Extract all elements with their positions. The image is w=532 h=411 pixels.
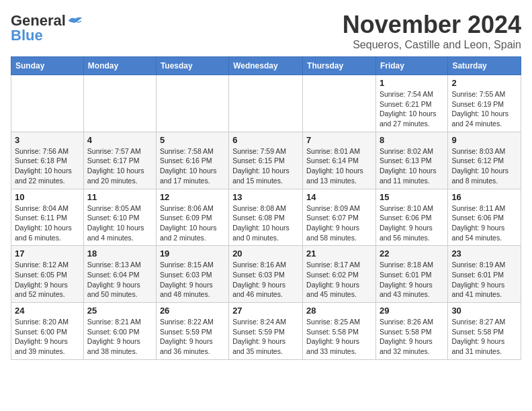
calendar-cell: 3Sunrise: 7:56 AM Sunset: 6:18 PM Daylig… xyxy=(11,132,84,189)
cell-day-number: 20 xyxy=(232,248,299,259)
cell-info-text: Sunrise: 8:26 AM Sunset: 5:58 PM Dayligh… xyxy=(380,317,444,357)
cell-info-text: Sunrise: 7:55 AM Sunset: 6:19 PM Dayligh… xyxy=(451,89,517,129)
logo: General Blue xyxy=(11,13,83,43)
calendar-cell: 5Sunrise: 7:58 AM Sunset: 6:16 PM Daylig… xyxy=(156,132,228,189)
cell-day-number: 2 xyxy=(451,78,517,88)
cell-day-number: 21 xyxy=(306,248,372,259)
calendar-cell: 14Sunrise: 8:09 AM Sunset: 6:07 PM Dayli… xyxy=(303,189,376,246)
cell-info-text: Sunrise: 8:01 AM Sunset: 6:14 PM Dayligh… xyxy=(306,146,372,186)
cell-info-text: Sunrise: 8:09 AM Sunset: 6:07 PM Dayligh… xyxy=(306,203,372,243)
cell-info-text: Sunrise: 8:22 AM Sunset: 5:59 PM Dayligh… xyxy=(160,317,225,357)
calendar-cell: 13Sunrise: 8:08 AM Sunset: 6:08 PM Dayli… xyxy=(229,189,303,246)
calendar-cell xyxy=(156,75,228,132)
cell-day-number: 1 xyxy=(380,78,444,88)
day-header-monday: Monday xyxy=(83,57,156,75)
cell-info-text: Sunrise: 8:13 AM Sunset: 6:04 PM Dayligh… xyxy=(87,260,152,300)
cell-day-number: 14 xyxy=(306,192,372,202)
calendar-cell xyxy=(303,75,376,132)
day-header-thursday: Thursday xyxy=(303,57,376,75)
cell-day-number: 19 xyxy=(160,248,225,259)
cell-info-text: Sunrise: 8:04 AM Sunset: 6:11 PM Dayligh… xyxy=(15,203,80,243)
cell-info-text: Sunrise: 8:08 AM Sunset: 6:08 PM Dayligh… xyxy=(232,203,299,243)
day-header-sunday: Sunday xyxy=(11,57,84,75)
cell-info-text: Sunrise: 8:12 AM Sunset: 6:05 PM Dayligh… xyxy=(15,260,80,300)
cell-info-text: Sunrise: 8:21 AM Sunset: 6:00 PM Dayligh… xyxy=(87,317,152,357)
calendar-header-row: SundayMondayTuesdayWednesdayThursdayFrid… xyxy=(11,57,521,75)
cell-info-text: Sunrise: 8:18 AM Sunset: 6:01 PM Dayligh… xyxy=(380,260,444,300)
cell-info-text: Sunrise: 8:27 AM Sunset: 5:58 PM Dayligh… xyxy=(451,317,517,357)
calendar-cell: 10Sunrise: 8:04 AM Sunset: 6:11 PM Dayli… xyxy=(11,189,84,246)
day-header-friday: Friday xyxy=(375,57,447,75)
cell-day-number: 17 xyxy=(15,248,80,259)
calendar-week-1: 1Sunrise: 7:54 AM Sunset: 6:21 PM Daylig… xyxy=(11,75,521,132)
logo-blue-text: Blue xyxy=(11,27,43,44)
cell-day-number: 4 xyxy=(87,135,152,145)
calendar-cell: 12Sunrise: 8:06 AM Sunset: 6:09 PM Dayli… xyxy=(156,189,228,246)
cell-day-number: 29 xyxy=(380,306,444,316)
cell-day-number: 8 xyxy=(380,135,444,145)
cell-day-number: 27 xyxy=(232,306,299,316)
calendar-week-5: 24Sunrise: 8:20 AM Sunset: 6:00 PM Dayli… xyxy=(11,303,521,360)
cell-day-number: 23 xyxy=(451,248,517,259)
calendar-table: SundayMondayTuesdayWednesdayThursdayFrid… xyxy=(11,56,521,360)
cell-day-number: 16 xyxy=(451,192,517,202)
calendar-cell: 20Sunrise: 8:16 AM Sunset: 6:03 PM Dayli… xyxy=(229,246,303,303)
cell-info-text: Sunrise: 8:17 AM Sunset: 6:02 PM Dayligh… xyxy=(306,260,372,300)
cell-info-text: Sunrise: 8:02 AM Sunset: 6:13 PM Dayligh… xyxy=(380,146,444,186)
cell-info-text: Sunrise: 8:11 AM Sunset: 6:06 PM Dayligh… xyxy=(451,203,517,243)
calendar-cell: 30Sunrise: 8:27 AM Sunset: 5:58 PM Dayli… xyxy=(448,303,521,360)
day-header-tuesday: Tuesday xyxy=(156,57,228,75)
cell-info-text: Sunrise: 7:58 AM Sunset: 6:16 PM Dayligh… xyxy=(160,146,225,186)
logo-bird-icon xyxy=(67,15,83,26)
cell-day-number: 22 xyxy=(380,248,444,259)
calendar-week-2: 3Sunrise: 7:56 AM Sunset: 6:18 PM Daylig… xyxy=(11,132,521,189)
cell-info-text: Sunrise: 7:57 AM Sunset: 6:17 PM Dayligh… xyxy=(87,146,152,186)
calendar-cell xyxy=(83,75,156,132)
calendar-cell: 25Sunrise: 8:21 AM Sunset: 6:00 PM Dayli… xyxy=(83,303,156,360)
cell-info-text: Sunrise: 8:03 AM Sunset: 6:12 PM Dayligh… xyxy=(451,146,517,186)
calendar-cell: 11Sunrise: 8:05 AM Sunset: 6:10 PM Dayli… xyxy=(83,189,156,246)
cell-info-text: Sunrise: 8:10 AM Sunset: 6:06 PM Dayligh… xyxy=(380,203,444,243)
calendar-cell: 21Sunrise: 8:17 AM Sunset: 6:02 PM Dayli… xyxy=(303,246,376,303)
cell-day-number: 3 xyxy=(15,135,80,145)
calendar-cell xyxy=(11,75,84,132)
calendar-cell: 24Sunrise: 8:20 AM Sunset: 6:00 PM Dayli… xyxy=(11,303,84,360)
cell-day-number: 7 xyxy=(306,135,372,145)
calendar-week-3: 10Sunrise: 8:04 AM Sunset: 6:11 PM Dayli… xyxy=(11,189,521,246)
cell-info-text: Sunrise: 8:05 AM Sunset: 6:10 PM Dayligh… xyxy=(87,203,152,243)
calendar-cell: 4Sunrise: 7:57 AM Sunset: 6:17 PM Daylig… xyxy=(83,132,156,189)
calendar-cell: 8Sunrise: 8:02 AM Sunset: 6:13 PM Daylig… xyxy=(375,132,447,189)
calendar-cell: 7Sunrise: 8:01 AM Sunset: 6:14 PM Daylig… xyxy=(303,132,376,189)
calendar-subtitle: Sequeros, Castille and Leon, Spain xyxy=(343,39,521,51)
calendar-cell: 17Sunrise: 8:12 AM Sunset: 6:05 PM Dayli… xyxy=(11,246,84,303)
calendar-cell: 15Sunrise: 8:10 AM Sunset: 6:06 PM Dayli… xyxy=(375,189,447,246)
cell-day-number: 15 xyxy=(380,192,444,202)
calendar-cell xyxy=(229,75,303,132)
calendar-cell: 19Sunrise: 8:15 AM Sunset: 6:03 PM Dayli… xyxy=(156,246,228,303)
cell-info-text: Sunrise: 8:25 AM Sunset: 5:58 PM Dayligh… xyxy=(306,317,372,357)
cell-info-text: Sunrise: 8:16 AM Sunset: 6:03 PM Dayligh… xyxy=(232,260,299,300)
title-area: November 2024 Sequeros, Castille and Leo… xyxy=(343,11,521,51)
cell-info-text: Sunrise: 8:19 AM Sunset: 6:01 PM Dayligh… xyxy=(451,260,517,300)
cell-info-text: Sunrise: 8:15 AM Sunset: 6:03 PM Dayligh… xyxy=(160,260,225,300)
day-header-wednesday: Wednesday xyxy=(229,57,303,75)
cell-day-number: 28 xyxy=(306,306,372,316)
cell-day-number: 24 xyxy=(15,306,80,316)
cell-info-text: Sunrise: 7:56 AM Sunset: 6:18 PM Dayligh… xyxy=(15,146,80,186)
calendar-cell: 1Sunrise: 7:54 AM Sunset: 6:21 PM Daylig… xyxy=(375,75,447,132)
cell-day-number: 5 xyxy=(160,135,225,145)
calendar-cell: 28Sunrise: 8:25 AM Sunset: 5:58 PM Dayli… xyxy=(303,303,376,360)
cell-day-number: 25 xyxy=(87,306,152,316)
calendar-cell: 2Sunrise: 7:55 AM Sunset: 6:19 PM Daylig… xyxy=(448,75,521,132)
logo-general-text: General xyxy=(11,13,66,28)
cell-day-number: 18 xyxy=(87,248,152,259)
calendar-cell: 6Sunrise: 7:59 AM Sunset: 6:15 PM Daylig… xyxy=(229,132,303,189)
calendar-cell: 29Sunrise: 8:26 AM Sunset: 5:58 PM Dayli… xyxy=(375,303,447,360)
cell-info-text: Sunrise: 7:54 AM Sunset: 6:21 PM Dayligh… xyxy=(380,89,444,129)
calendar-cell: 23Sunrise: 8:19 AM Sunset: 6:01 PM Dayli… xyxy=(448,246,521,303)
calendar-cell: 9Sunrise: 8:03 AM Sunset: 6:12 PM Daylig… xyxy=(448,132,521,189)
cell-day-number: 12 xyxy=(160,192,225,202)
cell-day-number: 10 xyxy=(15,192,80,202)
calendar-title: November 2024 xyxy=(343,11,521,39)
calendar-cell: 22Sunrise: 8:18 AM Sunset: 6:01 PM Dayli… xyxy=(375,246,447,303)
